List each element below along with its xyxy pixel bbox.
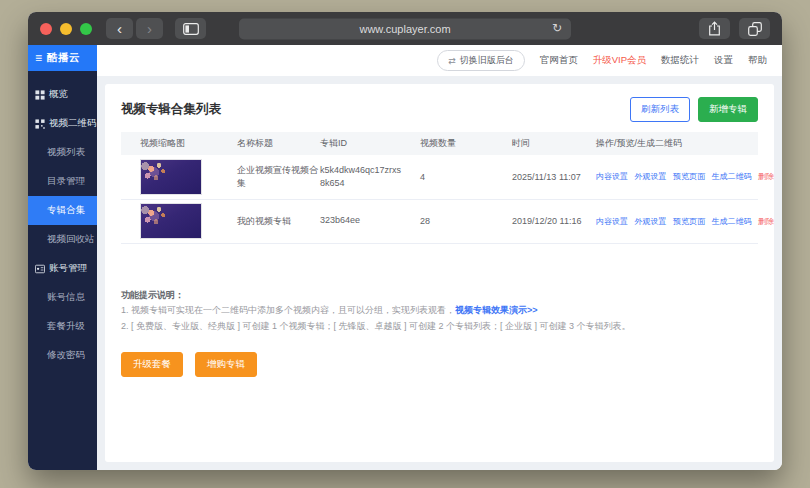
notes-line-1: 1. 视频专辑可实现在一个二维码中添加多个视频内容，且可以分组，实现列表观看，视… [121,303,758,319]
row-actions: 内容设置 外观设置 预览页面 生成二维码 删除 [596,199,758,243]
video-count: 4 [420,155,512,199]
col-header-title: 名称标题 [237,132,320,155]
purchase-album-button[interactable]: 增购专辑 [195,352,257,377]
notes-line-2: 2. [ 免费版、专业版、经典版 ] 可创建 1 个视频专辑；[ 先锋版、卓越版… [121,319,758,335]
back-button[interactable]: ‹ [106,18,133,39]
main-area: ⇄ 切换旧版后台 官网首页 升级VIP会员 数据统计 设置 帮助 视频专辑合集列… [97,45,782,470]
upgrade-plan-button[interactable]: 升级套餐 [121,352,183,377]
browser-chrome: ‹ › www.cuplayer.com ↻ [28,12,782,45]
bottom-buttons: 升级套餐 增购专辑 [121,352,758,377]
address-bar[interactable]: www.cuplayer.com ↻ [239,18,571,39]
tabs-button[interactable] [739,18,770,39]
switch-old-backend-label: 切换旧版后台 [460,54,514,67]
sidebar-item-plan-upgrade[interactable]: 套餐升级 [28,312,97,341]
preview-page-link[interactable]: 预览页面 [673,172,705,181]
generate-qrcode-link[interactable]: 生成二维码 [712,217,752,226]
sidebar-item-label: 概览 [49,88,68,101]
app-frame: ≡ 酷播云 概览 视频二维码 [28,45,782,470]
preview-page-link[interactable]: 预览页面 [673,217,705,226]
refresh-list-button[interactable]: 刷新列表 [630,97,690,122]
topbar-link-data-statistics[interactable]: 数据统计 [661,54,699,67]
back-icon: ‹ [117,21,122,36]
sidebar-item-label: 账号管理 [49,262,87,275]
card-header: 视频专辑合集列表 刷新列表 新增专辑 [121,97,758,122]
zoom-window-button[interactable] [80,23,92,35]
album-thumbnail[interactable] [140,203,202,239]
sidebar-item-label: 账号信息 [47,291,85,304]
switch-old-backend-button[interactable]: ⇄ 切换旧版后台 [437,50,525,71]
sidebar-toggle-button[interactable] [175,18,206,39]
sidebar: ≡ 酷播云 概览 视频二维码 [28,45,97,470]
forward-button[interactable]: › [136,18,163,39]
browser-window: ‹ › www.cuplayer.com ↻ [28,12,782,470]
header-buttons: 刷新列表 新增专辑 [630,97,758,122]
album-list-card: 视频专辑合集列表 刷新列表 新增专辑 [105,84,774,462]
sidebar-item-album-collection[interactable]: 专辑合集 [28,196,97,225]
topbar-link-help[interactable]: 帮助 [748,54,767,67]
row-actions: 内容设置 外观设置 预览页面 生成二维码 删除 [596,155,758,199]
swap-icon: ⇄ [448,56,456,66]
col-header-actions: 操作/预览/生成二维码 [596,132,758,155]
album-table: 视频缩略图 名称标题 专辑ID 视频数量 时间 操作/预览/生成二维码 [121,132,758,244]
notes-heading: 功能提示说明： [121,288,758,304]
topbar: ⇄ 切换旧版后台 官网首页 升级VIP会员 数据统计 设置 帮助 [97,45,782,76]
table-row: 我的视频专辑 323b64ee 28 2019/12/20 11:16 内容设置… [121,199,758,243]
sidebar-item-catalog-management[interactable]: 目录管理 [28,167,97,196]
traffic-lights [40,23,92,35]
album-thumbnail[interactable] [140,159,202,195]
sidebar-item-video-list[interactable]: 视频列表 [28,138,97,167]
content-area: 视频专辑合集列表 刷新列表 新增专辑 [97,76,782,470]
delete-link[interactable]: 删除 [758,217,774,226]
reload-icon[interactable]: ↻ [552,21,562,35]
forward-icon: › [147,21,152,36]
sidebar-item-video-recycle-bin[interactable]: 视频回收站 [28,225,97,254]
id-card-icon [35,264,45,274]
sidebar-menu: 概览 视频二维码 视频列表 目录管理 专辑合集 [28,71,97,370]
close-window-button[interactable] [40,23,52,35]
topbar-link-official-site[interactable]: 官网首页 [540,54,578,67]
sidebar-item-label: 视频列表 [47,146,85,159]
generate-qrcode-link[interactable]: 生成二维码 [712,172,752,181]
sidebar-item-label: 套餐升级 [47,320,85,333]
album-title: 我的视频专辑 [237,199,320,243]
hamburger-icon[interactable]: ≡ [35,52,42,64]
sidebar-item-overview[interactable]: 概览 [28,80,97,109]
chrome-right-controls [699,18,770,39]
album-demo-link[interactable]: 视频专辑效果演示>> [455,305,538,315]
appearance-settings-link[interactable]: 外观设置 [635,172,667,181]
qrcode-icon [35,119,45,129]
tabs-icon [748,22,762,36]
topbar-link-settings[interactable]: 设置 [714,54,733,67]
content-settings-link[interactable]: 内容设置 [596,217,628,226]
minimize-window-button[interactable] [60,23,72,35]
dashboard-icon [35,90,45,100]
album-id: 323b64ee [320,199,420,243]
sidebar-item-label: 专辑合集 [47,204,85,217]
sidebar-item-video-qrcode[interactable]: 视频二维码 [28,109,97,138]
sidebar-item-label: 目录管理 [47,175,85,188]
col-header-time: 时间 [512,132,596,155]
page-title: 视频专辑合集列表 [121,101,221,118]
sidebar-item-label: 修改密码 [47,349,85,362]
video-count: 28 [420,199,512,243]
sidebar-logo-bar: ≡ 酷播云 [28,45,97,71]
col-header-thumbnail: 视频缩略图 [121,132,237,155]
col-header-video-count: 视频数量 [420,132,512,155]
delete-link[interactable]: 删除 [758,172,774,181]
topbar-link-upgrade-vip[interactable]: 升级VIP会员 [593,54,646,67]
add-album-button[interactable]: 新增专辑 [698,97,758,122]
notes-line-1-text: 1. 视频专辑可实现在一个二维码中添加多个视频内容，且可以分组，实现列表观看， [121,305,455,315]
appearance-settings-link[interactable]: 外观设置 [635,217,667,226]
album-time: 2025/11/13 11:07 [512,155,596,199]
sidebar-item-change-password[interactable]: 修改密码 [28,341,97,370]
share-button[interactable] [699,18,730,39]
album-title: 企业视频宣传视频合集 [237,155,320,199]
sidebar-item-account-info[interactable]: 账号信息 [28,283,97,312]
sidebar-toggle-icon [183,23,199,35]
album-id: k5k4dkw46qc17zrxs8k654 [320,155,420,199]
sidebar-item-label: 视频二维码 [49,117,97,130]
table-row: 企业视频宣传视频合集 k5k4dkw46qc17zrxs8k654 4 2025… [121,155,758,199]
sidebar-item-account-management[interactable]: 账号管理 [28,254,97,283]
feature-notes: 功能提示说明： 1. 视频专辑可实现在一个二维码中添加多个视频内容，且可以分组，… [121,288,758,335]
content-settings-link[interactable]: 内容设置 [596,172,628,181]
